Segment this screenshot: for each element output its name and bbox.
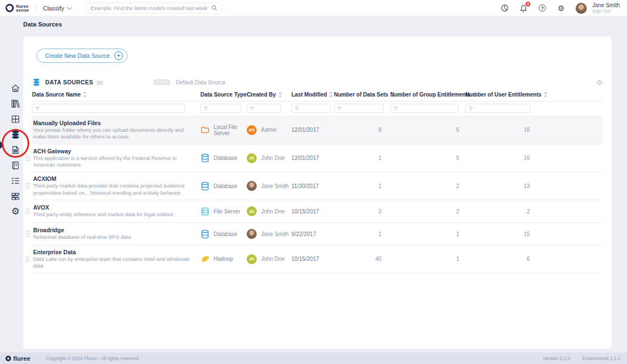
table-row[interactable]: Broadridge Relational database of real-t… (32, 223, 603, 245)
user-entitlements-count: 2 (465, 208, 538, 215)
sidebar-item-server-stack[interactable] (10, 191, 20, 201)
last-modified-cell: 10/15/2017 (291, 208, 334, 215)
col-header-type[interactable]: Data Source Type (200, 92, 247, 98)
drag-handle-icon[interactable] (26, 256, 29, 262)
filter-input-type[interactable] (208, 106, 241, 111)
classify-label: Classify (43, 5, 65, 12)
filter-funnel-icon (204, 106, 208, 111)
sort-icon (83, 92, 87, 98)
data-source-type-cell: Local File Server (200, 124, 247, 136)
create-new-data-source-button[interactable]: Create New Data Source + (36, 49, 127, 63)
filter-input-data-sets[interactable] (342, 106, 383, 111)
database-icon (200, 181, 210, 191)
list-header: DATA SOURCES (6) Default Data Source ⚙ (32, 75, 603, 89)
table-row[interactable]: AVOX Third party entity reference and ma… (32, 200, 603, 223)
search-bar[interactable] (84, 3, 222, 14)
col-header-user-entitlements[interactable]: Number of User Entitlements (465, 92, 538, 98)
created-by-cell: Jane Smith (247, 229, 291, 239)
col-header-group-entitlements[interactable]: Number of Group Entitlements (390, 92, 465, 98)
creator-name: Jane Smith (261, 231, 289, 237)
last-modified-cell: 12/01/2017 (291, 127, 334, 133)
created-by-cell: JD John Doe (247, 254, 291, 264)
creator-name: John Doe (261, 256, 285, 262)
filter-input-created-by[interactable] (254, 106, 280, 111)
data-source-type-cell: Database (200, 181, 247, 191)
group-entitlements-count: 2 (390, 208, 465, 215)
col-header-created-by[interactable]: Created By (247, 92, 291, 98)
hadoop-elephant-icon (200, 254, 210, 264)
group-entitlements-count: 1 (390, 256, 465, 262)
creator-avatar: JD (247, 153, 257, 163)
help-icon[interactable]: ? (538, 4, 546, 12)
sidebar-item-library[interactable] (10, 99, 20, 109)
drag-handle-icon[interactable] (26, 208, 29, 214)
data-source-description: Third party market data provider that co… (33, 183, 193, 196)
search-input[interactable] (91, 5, 211, 11)
classify-dropdown[interactable]: Classify (43, 5, 71, 12)
filter-input-name[interactable] (40, 106, 184, 111)
sidebar-item-settings[interactable]: ⚙ (10, 207, 20, 217)
sidebar-item-checklist[interactable] (10, 176, 20, 186)
filter-input-group-entitlements[interactable] (398, 106, 458, 111)
filter-funnel-icon (250, 106, 254, 111)
file-report-icon (10, 145, 20, 155)
sidebar-item-home[interactable] (10, 83, 20, 93)
book-icon (10, 160, 20, 170)
data-source-name: Manually Uploaded Files (33, 120, 193, 126)
sidebar-item-file-report[interactable] (10, 145, 20, 155)
data-source-description: Data Lake run by enterprise team that co… (33, 256, 193, 270)
last-modified-cell: 9/22/2017 (291, 231, 334, 237)
footer-fluree-logo: fluree (0, 355, 30, 362)
user-entitlements-count: 6 (465, 256, 538, 262)
table-filter-row (32, 101, 603, 116)
environment-text: Environment 1.1.1 (582, 356, 620, 361)
data-source-name: ACXIOM (33, 175, 193, 182)
drag-handle-icon[interactable] (26, 231, 29, 237)
table-row[interactable]: Enterprise Data Data Lake run by enterpr… (32, 245, 603, 274)
filter-funnel-icon (469, 106, 473, 111)
notifications-bell-icon[interactable]: 3 (519, 4, 528, 12)
last-modified-cell: 12/01/2017 (291, 155, 334, 161)
settings-gear-icon[interactable]: ⚙ (557, 4, 565, 12)
data-source-type-label: Database (214, 231, 237, 237)
tooltip-arrow (0, 141, 4, 149)
filter-funnel-icon (337, 106, 342, 111)
list-title: DATA SOURCES (45, 79, 93, 85)
top-bar: fluree sense Classify 3 ? ⚙ Jane Smith S… (0, 0, 627, 17)
sidebar-item-catalog[interactable] (10, 160, 20, 170)
sidebar-item-tables[interactable] (10, 114, 20, 124)
analytics-icon[interactable] (501, 4, 509, 12)
group-entitlements-count: 2 (390, 183, 465, 189)
last-modified-cell: 10/15/2017 (291, 256, 334, 262)
sidebar-item-data-sources[interactable] (10, 130, 20, 140)
data-source-name: Enterprise Data (33, 249, 193, 255)
drag-handle-icon[interactable] (26, 156, 29, 161)
list-count: (6) (97, 79, 103, 85)
filter-input-user-entitlements[interactable] (473, 106, 530, 111)
creator-name: Admin (261, 127, 277, 133)
table-row[interactable]: Manually Uploaded Files Your private fol… (32, 116, 603, 144)
table-row[interactable]: ACXIOM Third party market data provider … (32, 172, 603, 200)
data-source-name: ACH Gateway (33, 148, 193, 154)
last-modified-cell: 11/30/2017 (291, 183, 334, 189)
table-settings-gear-icon[interactable]: ⚙ (596, 78, 603, 87)
created-by-cell: AD Admin (247, 125, 291, 135)
data-sources-card: Create New Data Source + DATA SOURCES (6… (23, 36, 612, 349)
col-header-last-modified[interactable]: Last Modified (291, 92, 334, 98)
col-header-name[interactable]: Data Source Name (32, 92, 200, 98)
sidebar-nav: ⚙ (10, 83, 20, 217)
col-header-data-sets[interactable]: Number of Data Sets (334, 92, 390, 98)
sort-icon (278, 92, 282, 98)
user-avatar[interactable] (576, 3, 587, 14)
fluree-logo-icon (6, 4, 14, 12)
user-entitlements-count: 16 (465, 127, 538, 133)
table-row[interactable]: ACH Gateway This application is a servic… (32, 144, 603, 173)
database-icon (32, 78, 41, 87)
created-by-cell: JD John Doe (247, 153, 291, 163)
drag-handle-icon[interactable] (26, 183, 29, 189)
filter-funnel-icon (295, 106, 299, 111)
copyright-text: Copyright © 2022 Fluree - All rights res… (46, 356, 140, 361)
sign-out-link[interactable]: Sign Out (592, 8, 620, 14)
filter-input-last-modified[interactable] (299, 106, 331, 111)
group-entitlements-count: 5 (390, 155, 465, 161)
